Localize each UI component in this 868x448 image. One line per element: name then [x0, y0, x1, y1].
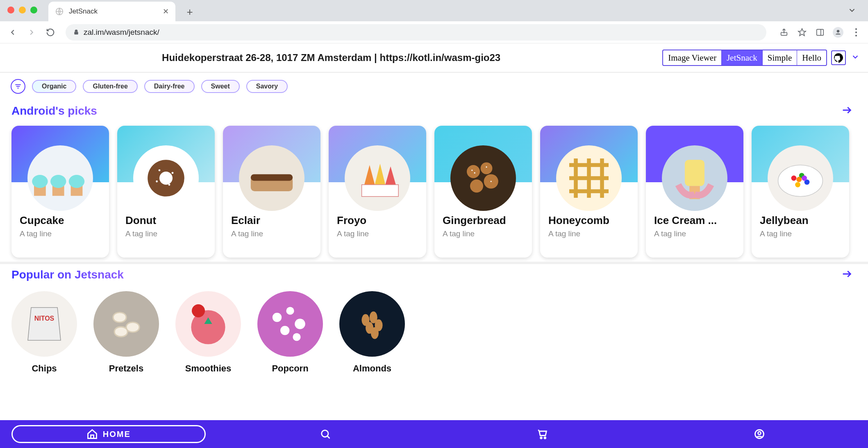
demo-tab-group: Image Viewer JetSnack Simple Hello	[662, 50, 827, 66]
filter-chip-sweet[interactable]: Sweet	[201, 80, 240, 93]
forward-button[interactable]	[25, 26, 38, 38]
kebab-menu-icon[interactable]	[851, 27, 861, 38]
popular-item[interactable]: NITOS Chips	[11, 291, 77, 374]
profile-avatar-icon[interactable]	[833, 27, 843, 38]
snack-tagline: A tag line	[654, 229, 735, 238]
filter-icon[interactable]	[11, 79, 25, 94]
demo-tab-image-viewer[interactable]: Image Viewer	[663, 50, 722, 65]
browser-toolbar: zal.im/wasm/jetsnack/	[0, 21, 868, 43]
svg-point-15	[50, 175, 66, 188]
page: Huidekoperstraat 26-28, 1017 ZM Amsterda…	[0, 43, 868, 448]
home-icon	[86, 428, 98, 440]
section-header-picks: Android's picks	[0, 100, 868, 119]
svg-point-61	[192, 304, 205, 317]
snack-card[interactable]: Gingerbread A tag line	[434, 126, 532, 258]
snack-tagline: A tag line	[443, 229, 524, 238]
svg-point-77	[544, 437, 546, 439]
bottom-nav-home[interactable]: HOME	[0, 425, 217, 443]
section-arrow-right-icon[interactable]	[841, 268, 852, 281]
section-title-picks: Android's picks	[11, 104, 97, 118]
popular-item[interactable]: Almonds	[339, 291, 405, 374]
svg-point-40	[486, 166, 487, 167]
bookmark-star-icon[interactable]	[797, 27, 807, 38]
globe-icon	[55, 7, 64, 16]
svg-point-24	[156, 181, 158, 183]
close-tab-icon[interactable]: ✕	[155, 7, 169, 16]
filter-chip-gluten-free[interactable]: Gluten-free	[83, 80, 137, 93]
snack-card[interactable]: Ice Cream ... A tag line	[646, 126, 743, 258]
snack-name: Cupcake	[20, 214, 101, 227]
window-maximize-button[interactable]	[30, 7, 37, 14]
popular-image	[339, 291, 405, 357]
address-bar[interactable]: zal.im/wasm/jetsnack/	[66, 24, 766, 41]
popular-item[interactable]: Smoothies	[175, 291, 241, 374]
snack-name: Eclair	[231, 214, 312, 227]
bottom-nav-cart[interactable]	[434, 428, 651, 440]
svg-point-52	[802, 176, 807, 181]
reload-button[interactable]	[44, 26, 57, 38]
browser-tabbar: JetSnack ✕ +	[0, 0, 868, 21]
snack-card[interactable]: Donut A tag line	[117, 126, 215, 258]
snack-image	[345, 145, 410, 211]
browser-tab[interactable]: JetSnack ✕	[48, 2, 175, 21]
github-icon	[834, 53, 843, 63]
page-topbar: Huidekoperstraat 26-28, 1017 ZM Amsterda…	[0, 43, 868, 72]
svg-line-75	[327, 436, 330, 439]
window-minimize-button[interactable]	[19, 7, 26, 14]
filter-chip-savory[interactable]: Savory	[246, 80, 288, 93]
svg-point-17	[69, 175, 84, 188]
snack-name: Honeycomb	[548, 214, 629, 227]
section-arrow-right-icon[interactable]	[841, 104, 852, 118]
snack-card[interactable]: Honeycomb A tag line	[540, 126, 638, 258]
svg-point-34	[467, 165, 480, 178]
snack-image	[768, 145, 833, 211]
sidepanel-icon[interactable]	[815, 27, 825, 38]
svg-rect-27	[251, 174, 293, 181]
bottom-nav: HOME	[0, 420, 868, 448]
url-text: zal.im/wasm/jetsnack/	[84, 28, 159, 37]
browser-actions	[779, 27, 861, 38]
svg-point-65	[295, 319, 305, 329]
snack-image	[133, 145, 199, 211]
snack-card[interactable]: Cupcake A tag line	[11, 126, 109, 258]
popular-image	[257, 291, 323, 357]
filter-chip-organic[interactable]: Organic	[32, 80, 76, 93]
svg-point-76	[540, 437, 542, 439]
new-tab-button[interactable]: +	[183, 5, 197, 19]
svg-point-64	[286, 307, 294, 315]
svg-point-53	[796, 177, 802, 182]
bottom-nav-profile[interactable]	[651, 428, 868, 440]
snack-name: Donut	[125, 214, 207, 227]
popular-label: Chips	[32, 363, 57, 374]
window-close-button[interactable]	[7, 7, 14, 14]
picks-card-row[interactable]: Cupcake A tag line Donut A tag line Ec	[0, 119, 868, 262]
svg-text:NITOS: NITOS	[34, 315, 55, 322]
share-icon[interactable]	[779, 27, 789, 38]
cart-icon	[537, 428, 548, 440]
popular-item[interactable]: Popcorn	[257, 291, 323, 374]
svg-point-38	[471, 170, 473, 171]
back-button[interactable]	[7, 26, 19, 38]
demo-tab-jetsnack[interactable]: JetSnack	[722, 50, 763, 65]
snack-name: Froyo	[337, 214, 418, 227]
snack-card[interactable]: Froyo A tag line	[329, 126, 426, 258]
snack-tagline: A tag line	[231, 229, 312, 238]
header-chevron-down-icon[interactable]	[851, 52, 860, 63]
svg-point-21	[159, 169, 161, 171]
popular-row[interactable]: NITOS Chips Pretzels Smoothies Popcorn A…	[0, 283, 868, 382]
search-icon	[320, 428, 331, 440]
svg-rect-33	[450, 145, 516, 211]
demo-tab-hello[interactable]: Hello	[797, 50, 826, 65]
snack-card[interactable]: Jellybean A tag line	[752, 126, 849, 258]
snack-image	[556, 145, 622, 211]
tabbar-expand-icon[interactable]	[848, 6, 857, 16]
bottom-nav-search[interactable]	[217, 428, 434, 440]
svg-point-73	[371, 327, 379, 339]
filter-chip-dairy-free[interactable]: Dairy-free	[144, 80, 195, 93]
popular-item[interactable]: Pretzels	[93, 291, 159, 374]
popular-label: Pretzels	[109, 363, 143, 374]
demo-tab-simple[interactable]: Simple	[763, 50, 798, 65]
snack-card[interactable]: Eclair A tag line	[223, 126, 320, 258]
snack-tagline: A tag line	[760, 229, 841, 238]
github-link[interactable]	[831, 50, 846, 65]
